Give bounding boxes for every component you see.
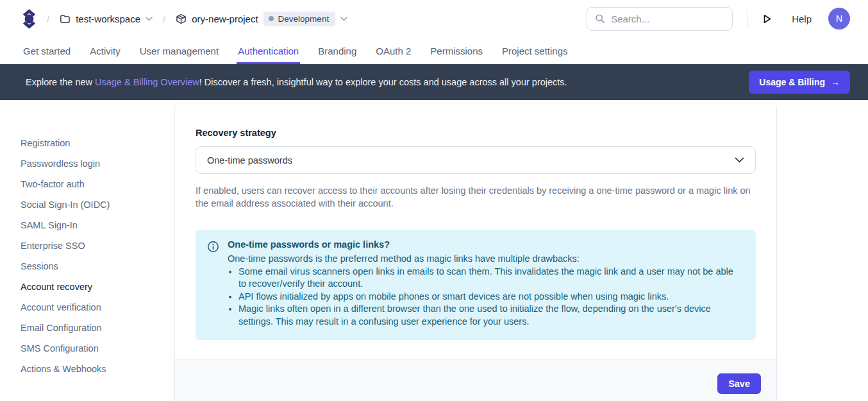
topbar: / test-workspace / ory-new-project Devel… <box>0 0 868 37</box>
sidebar-item-social-sign-in-oidc[interactable]: Social Sign-In (OIDC) <box>21 199 110 210</box>
tab-oauth2[interactable]: OAuth 2 <box>376 37 411 64</box>
search-icon <box>595 13 605 24</box>
recovery-strategy-label: Recovery strategy <box>196 128 756 138</box>
workspace-name: test-workspace <box>76 13 140 24</box>
account-recovery-card: Recovery strategy One-time passwords If … <box>174 103 777 401</box>
recovery-strategy-selected-value: One-time passwords <box>207 155 292 166</box>
sidebar-item-passwordless-login[interactable]: Passwordless login <box>21 158 100 169</box>
usage-billing-overview-link[interactable]: Usage & Billing Overview <box>95 77 199 87</box>
environment-badge: Development <box>263 12 336 26</box>
card-footer: Save <box>175 359 776 401</box>
search-input[interactable] <box>611 13 724 24</box>
sidebar-item-enterprise-sso[interactable]: Enterprise SSO <box>21 240 85 252</box>
topbar-divider <box>747 10 747 27</box>
info-box-bullet-list: Some email virus scanners open links in … <box>228 266 740 328</box>
save-button[interactable]: Save <box>717 373 761 394</box>
info-box-title: One-time passwords or magic links? <box>228 239 740 250</box>
usage-billing-button[interactable]: Usage & Billing → <box>749 71 850 94</box>
usage-billing-banner: Explore the new Usage & Billing Overview… <box>0 64 868 100</box>
info-box-bullet: API flows initialized by apps on mobile … <box>238 291 740 303</box>
tab-branding[interactable]: Branding <box>318 37 356 64</box>
info-box-content: One-time passwords or magic links? One-t… <box>228 239 740 328</box>
chevron-down-icon <box>735 157 744 163</box>
project-switcher[interactable]: ory-new-project Development <box>176 12 347 26</box>
tab-user-management[interactable]: User management <box>140 37 219 64</box>
folder-icon <box>60 13 71 24</box>
sidebar-item-saml-sign-in[interactable]: SAML Sign-In <box>21 219 78 231</box>
tab-authentication[interactable]: Authentication <box>238 37 299 64</box>
breadcrumb-separator: / <box>163 13 165 24</box>
workspace-switcher[interactable]: test-workspace <box>60 13 153 24</box>
arrow-right-icon: → <box>831 77 840 87</box>
tab-permissions[interactable]: Permissions <box>430 37 483 64</box>
tab-project-settings[interactable]: Project settings <box>502 37 568 64</box>
sidebar-item-two-factor-auth[interactable]: Two-factor auth <box>21 178 85 190</box>
project-name: ory-new-project <box>192 13 258 24</box>
sidebar-item-account-verification[interactable]: Account verification <box>21 302 101 313</box>
play-icon[interactable] <box>762 13 772 24</box>
sidebar-item-actions-webhooks[interactable]: Actions & Webhooks <box>21 363 106 375</box>
banner-text: Explore the new Usage & Billing Overview… <box>26 77 567 87</box>
content-area: Registration Passwordless login Two-fact… <box>0 100 868 401</box>
ory-logo-icon[interactable] <box>22 8 37 30</box>
main-panel: Recovery strategy One-time passwords If … <box>174 100 868 401</box>
help-link[interactable]: Help <box>792 13 812 24</box>
chevron-down-icon <box>146 17 153 21</box>
usage-billing-button-label: Usage & Billing <box>759 77 825 87</box>
info-box-bullet: Some email virus scanners open links in … <box>238 266 740 291</box>
environment-label: Development <box>278 14 330 24</box>
sidebar-item-registration[interactable]: Registration <box>21 137 70 149</box>
sidebar-item-sessions[interactable]: Sessions <box>21 260 58 272</box>
card-body: Recovery strategy One-time passwords If … <box>175 103 776 359</box>
environment-dot-icon <box>269 16 274 21</box>
info-icon <box>207 239 219 328</box>
sidebar-item-email-configuration[interactable]: Email Configuration <box>21 322 102 334</box>
tab-get-started[interactable]: Get started <box>23 37 71 64</box>
sidebar-item-sms-configuration[interactable]: SMS Configuration <box>21 343 99 354</box>
recovery-strategy-select[interactable]: One-time passwords <box>196 146 756 174</box>
avatar[interactable]: N <box>828 8 850 30</box>
authentication-sidebar: Registration Passwordless login Two-fact… <box>0 100 174 401</box>
banner-text-suffix: ! Discover a fresh, insightful way to ex… <box>199 77 567 87</box>
breadcrumb-separator: / <box>47 13 49 24</box>
project-nav-tabs: Get started Activity User management Aut… <box>0 37 868 64</box>
chevron-down-icon <box>340 17 347 21</box>
tab-activity[interactable]: Activity <box>90 37 121 64</box>
package-icon <box>176 13 187 24</box>
info-box-intro: One-time passwords is the preferred meth… <box>228 253 740 266</box>
info-box: One-time passwords or magic links? One-t… <box>196 230 756 340</box>
banner-text-prefix: Explore the new <box>26 77 95 87</box>
search-box[interactable] <box>587 7 733 31</box>
sidebar-item-account-recovery[interactable]: Account recovery <box>21 281 92 293</box>
recovery-strategy-help-text: If enabled, users can recover access to … <box>196 184 756 210</box>
info-box-bullet: Magic links often open in a different br… <box>238 303 740 328</box>
